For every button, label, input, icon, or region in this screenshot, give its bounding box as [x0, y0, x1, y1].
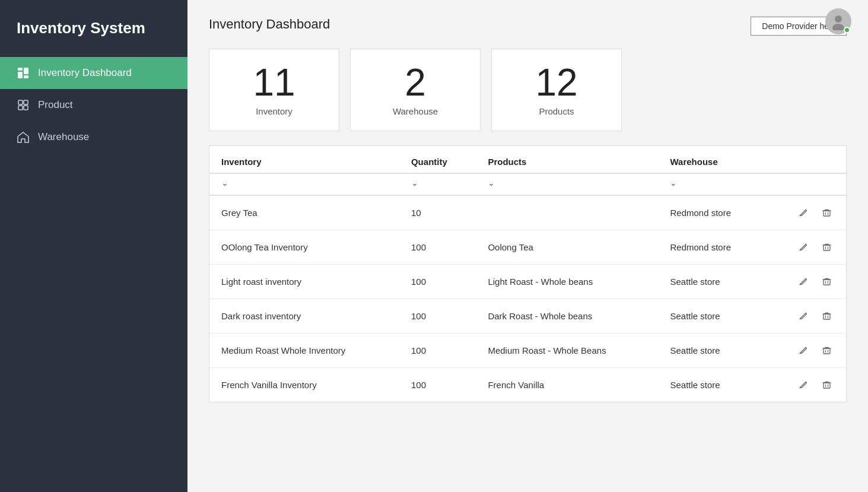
- sidebar-item-dashboard-label: Inventory Dashboard: [38, 67, 132, 79]
- cell-actions: [767, 195, 846, 230]
- cell-inventory: Light roast inventory: [209, 265, 399, 299]
- trash-icon: [822, 277, 832, 287]
- stat-products-label: Products: [539, 106, 574, 116]
- cell-inventory: Medium Roast Whole Inventory: [209, 334, 399, 368]
- edit-button[interactable]: [796, 207, 811, 219]
- edit-icon: [799, 242, 809, 252]
- stats-row: 11 Inventory 2 Warehouse 12 Products: [209, 49, 847, 131]
- chevron-down-quantity[interactable]: ⌄: [411, 178, 418, 188]
- cell-warehouse: Seattle store: [658, 368, 767, 402]
- cell-quantity: 100: [399, 368, 476, 402]
- filter-actions: [767, 173, 846, 195]
- chevron-down-warehouse[interactable]: ⌄: [670, 178, 677, 188]
- edit-button[interactable]: [796, 241, 811, 253]
- page-title: Inventory Dashboard: [209, 17, 330, 32]
- avatar: [825, 8, 851, 34]
- cell-quantity: 100: [399, 334, 476, 368]
- table-header-row: Inventory Quantity Products Warehouse: [209, 146, 846, 173]
- cell-products: [476, 195, 658, 230]
- svg-rect-16: [824, 280, 830, 285]
- col-header-quantity: Quantity: [399, 146, 476, 173]
- sidebar-item-warehouse[interactable]: Warehouse: [0, 121, 187, 153]
- warehouse-icon: [17, 131, 30, 144]
- cell-actions: [767, 334, 846, 368]
- stat-inventory-label: Inventory: [256, 106, 292, 116]
- cell-inventory: OOlong Tea Inventory: [209, 230, 399, 265]
- cell-inventory: Dark roast inventory: [209, 299, 399, 334]
- chevron-down-inventory[interactable]: ⌄: [221, 178, 228, 188]
- main-content: Inventory Dashboard Demo Provider help 1…: [187, 0, 868, 492]
- cell-actions: [767, 230, 846, 265]
- stat-warehouse-number: 2: [405, 64, 426, 101]
- svg-rect-7: [24, 106, 28, 110]
- table-body: Grey Tea 10 Redmond store: [209, 195, 846, 402]
- avatar-wrapper: [825, 8, 851, 34]
- trash-icon: [822, 208, 832, 218]
- cell-actions: [767, 265, 846, 299]
- delete-button[interactable]: [819, 275, 834, 288]
- filter-inventory: ⌄: [209, 173, 399, 195]
- svg-rect-2: [24, 68, 28, 74]
- sidebar: Inventory System Inventory Dashboard: [0, 0, 187, 492]
- chevron-down-products[interactable]: ⌄: [488, 178, 495, 188]
- svg-rect-25: [824, 383, 830, 388]
- product-icon: [17, 99, 30, 112]
- table-row: French Vanilla Inventory 100 French Vani…: [209, 368, 846, 402]
- delete-button[interactable]: [819, 379, 834, 391]
- filter-row: ⌄ ⌄ ⌄ ⌄: [209, 173, 846, 195]
- col-header-actions: [767, 146, 846, 173]
- svg-rect-1: [18, 72, 23, 78]
- cell-quantity: 100: [399, 299, 476, 334]
- cell-products: French Vanilla: [476, 368, 658, 402]
- edit-icon: [799, 345, 809, 355]
- delete-button[interactable]: [819, 310, 834, 322]
- col-header-inventory: Inventory: [209, 146, 399, 173]
- edit-icon: [799, 311, 809, 321]
- edit-icon: [799, 208, 809, 218]
- svg-rect-5: [24, 100, 28, 104]
- svg-rect-10: [824, 211, 830, 216]
- cell-quantity: 100: [399, 265, 476, 299]
- table-row: Grey Tea 10 Redmond store: [209, 195, 846, 230]
- svg-point-8: [835, 15, 842, 23]
- cell-products: Dark Roast - Whole beans: [476, 299, 658, 334]
- stat-inventory-number: 11: [253, 64, 295, 101]
- filter-products: ⌄: [476, 173, 658, 195]
- delete-button[interactable]: [819, 241, 834, 253]
- app-title: Inventory System: [0, 0, 187, 55]
- col-header-products: Products: [476, 146, 658, 173]
- svg-rect-3: [24, 75, 28, 78]
- trash-icon: [822, 311, 832, 321]
- sidebar-item-product[interactable]: Product: [0, 89, 187, 121]
- svg-point-9: [832, 24, 844, 30]
- cell-products: Light Roast - Whole beans: [476, 265, 658, 299]
- edit-icon: [799, 380, 809, 390]
- table-row: Light roast inventory 100 Light Roast - …: [209, 265, 846, 299]
- cell-products: Medium Roast - Whole Beans: [476, 334, 658, 368]
- cell-products: Oolong Tea: [476, 230, 658, 265]
- cell-warehouse: Redmond store: [658, 230, 767, 265]
- table-row: Medium Roast Whole Inventory 100 Medium …: [209, 334, 846, 368]
- avatar-status-dot: [844, 27, 850, 33]
- svg-rect-4: [18, 100, 23, 104]
- stat-warehouse-label: Warehouse: [393, 106, 438, 116]
- delete-button[interactable]: [819, 344, 834, 357]
- sidebar-item-warehouse-label: Warehouse: [38, 131, 89, 143]
- delete-button[interactable]: [819, 207, 834, 219]
- dashboard-icon: [17, 66, 30, 80]
- cell-quantity: 100: [399, 230, 476, 265]
- edit-button[interactable]: [796, 310, 811, 322]
- stat-products-number: 12: [535, 64, 577, 101]
- edit-button[interactable]: [796, 275, 811, 288]
- table-row: Dark roast inventory 100 Dark Roast - Wh…: [209, 299, 846, 334]
- trash-icon: [822, 345, 832, 355]
- inventory-table: Inventory Quantity Products Warehouse ⌄ …: [209, 146, 846, 402]
- trash-icon: [822, 242, 832, 252]
- cell-inventory: Grey Tea: [209, 195, 399, 230]
- svg-rect-22: [824, 348, 830, 354]
- sidebar-item-dashboard[interactable]: Inventory Dashboard: [0, 57, 187, 89]
- trash-icon: [822, 380, 832, 390]
- edit-button[interactable]: [796, 344, 811, 357]
- stat-card-warehouse: 2 Warehouse: [350, 49, 481, 131]
- edit-button[interactable]: [796, 379, 811, 391]
